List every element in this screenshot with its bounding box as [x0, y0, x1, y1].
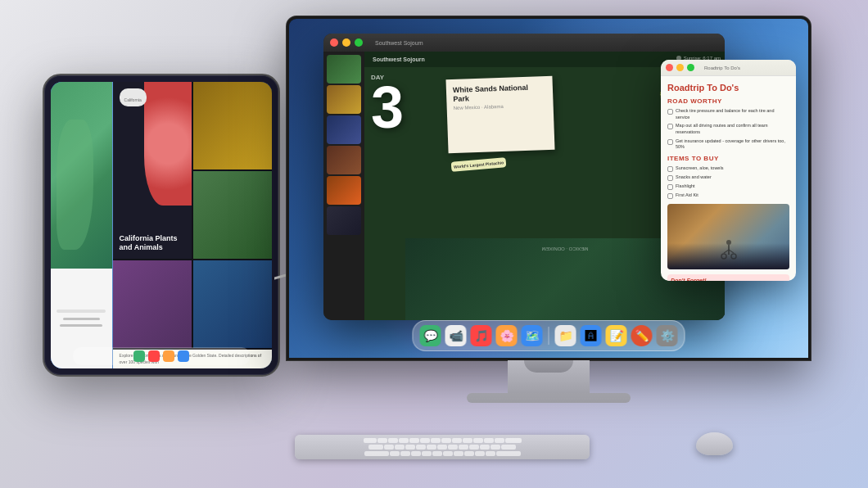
ipad-photo-1 [193, 82, 272, 169]
close-button[interactable] [330, 38, 338, 47]
checkbox-7[interactable] [667, 193, 673, 199]
journal-sidebar[interactable] [323, 52, 364, 320]
key [390, 451, 400, 456]
key [405, 445, 415, 450]
magic-mouse[interactable] [696, 432, 733, 455]
checkbox-1[interactable] [667, 109, 673, 115]
sidebar-thumb-5[interactable] [327, 176, 361, 205]
flower-image [144, 82, 192, 206]
notes-text-3: Get insurance updated - coverage for oth… [676, 138, 789, 151]
ipad-body: California California Plants and Animals [43, 74, 280, 377]
dock-notes[interactable]: 📝 [606, 325, 627, 346]
checkbox-6[interactable] [667, 184, 673, 190]
notes-text-5: Snacks and water [676, 174, 712, 181]
key [432, 451, 442, 456]
dock-maps[interactable]: 🗺️ [522, 325, 543, 346]
notes-close-button[interactable] [666, 64, 673, 71]
dock-appstore[interactable]: 🅰 [581, 325, 602, 346]
key [484, 438, 494, 443]
sidebar-thumb-6[interactable] [327, 206, 361, 235]
ipad-dock [73, 347, 250, 365]
checkbox-3[interactable] [667, 139, 673, 145]
notes-item-4: Sunscreen, aloe, towels [667, 165, 789, 172]
sidebar-thumb-2[interactable] [327, 85, 361, 114]
key [463, 438, 472, 443]
notes-section-items: Items to Buy [667, 155, 789, 162]
key [480, 445, 490, 450]
ipad-dock-maps[interactable] [178, 350, 189, 362]
notes-item-6: Flashlight [667, 183, 789, 190]
notes-text-6: Flashlight [676, 183, 695, 190]
ipad-screen: California California Plants and Animals [51, 82, 272, 368]
ipad-map-view [51, 82, 112, 269]
monitor-stand [508, 360, 590, 393]
notes-item-5: Snacks and water [667, 174, 789, 181]
dock-settings[interactable]: ⚙️ [657, 325, 678, 346]
sidebar-thumb-3[interactable] [327, 115, 361, 144]
dock-pencil[interactable]: ✏️ [631, 325, 653, 346]
sidebar-thumb-1[interactable] [327, 55, 361, 84]
notes-main-title: Roadtrip To Do's [667, 83, 789, 93]
key [459, 445, 468, 450]
ipad-split-view: California California Plants and Animals [51, 82, 272, 368]
key [491, 445, 500, 450]
key [452, 438, 462, 443]
ipad-app-panel[interactable]: California California Plants and Animals [113, 82, 272, 368]
cyclist-svg [721, 238, 737, 263]
key [443, 451, 453, 456]
ipad-feature-item: California California Plants and Animals [113, 82, 192, 259]
ipad-maps-panel[interactable] [51, 82, 113, 368]
california-label: California [124, 97, 142, 102]
ipad-dock-messages[interactable] [133, 350, 145, 362]
key [422, 451, 432, 456]
key [416, 445, 426, 450]
svg-point-5 [731, 254, 736, 259]
torn-paper: White Sands National Park New Mexico · A… [445, 76, 554, 153]
monitor-bezel: Southwest Sojourn [287, 16, 811, 360]
key [364, 451, 389, 456]
ipad-photo-2 [193, 171, 272, 259]
svg-point-4 [721, 254, 726, 259]
monitor: Southwest Sojourn [270, 16, 827, 403]
dock-facetime[interactable]: 📹 [445, 325, 467, 346]
notes-text-7: First Aid Kit [676, 192, 698, 199]
notes-body: Roadtrip To Do's Road Worthy Check tire … [661, 76, 796, 281]
notes-window[interactable]: Roadtrip To Do's Roadtrip To Do's Road W… [661, 60, 796, 281]
svg-point-0 [726, 240, 731, 245]
notes-maximize-button[interactable] [687, 64, 694, 71]
minimize-button[interactable] [342, 38, 350, 47]
sidebar-thumb-4[interactable] [327, 146, 361, 174]
dock-music[interactable]: 🎵 [471, 325, 492, 346]
monitor-screen: Southwest Sojourn [289, 19, 808, 358]
key [448, 445, 458, 450]
checkbox-2[interactable] [667, 124, 673, 129]
key [495, 438, 504, 443]
key [431, 438, 441, 443]
key-row-2 [300, 445, 585, 450]
day-number-block: DAY 3 [371, 74, 436, 134]
notes-photo [667, 204, 789, 269]
checkbox-5[interactable] [667, 175, 673, 181]
dock-messages[interactable]: 💬 [420, 325, 441, 346]
key [486, 451, 495, 456]
key [454, 451, 463, 456]
journal-titlebar: Southwest Sojourn [323, 34, 725, 52]
checkbox-4[interactable] [667, 166, 673, 172]
monitor-stand-base [467, 393, 631, 403]
maximize-button[interactable] [355, 38, 363, 47]
dock-files[interactable]: 📁 [555, 325, 576, 346]
pistachio-text: World's Largest Pistachio [454, 160, 504, 169]
key [473, 438, 483, 443]
key [409, 438, 419, 443]
notes-item-7: First Aid Kit [667, 192, 789, 199]
notes-minimize-button[interactable] [676, 64, 684, 71]
notes-item-2: Map out all driving routes and confirm a… [667, 123, 789, 135]
dock-separator [549, 327, 549, 345]
key [437, 445, 447, 450]
ipad-dock-music[interactable] [148, 350, 160, 362]
ipad-dock-photos[interactable] [163, 350, 174, 362]
journal-title: Southwest Sojourn [373, 56, 425, 62]
dock-photos[interactable]: 🌸 [496, 325, 518, 346]
keyboard-rows [295, 435, 590, 459]
keyboard[interactable] [295, 435, 590, 459]
